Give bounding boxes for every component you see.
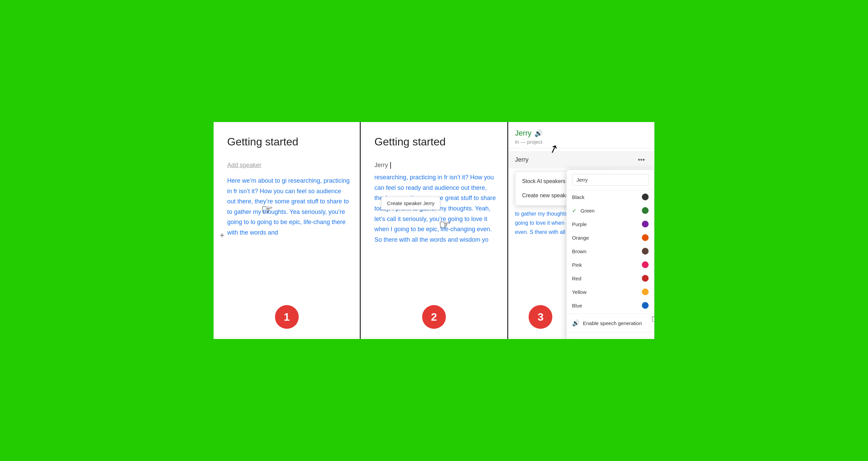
- color-option-red[interactable]: Red: [567, 272, 654, 285]
- step-circle-3: 3: [529, 305, 552, 329]
- color-option-purple[interactable]: Purple: [567, 217, 654, 231]
- step-circle-1: 1: [275, 305, 299, 329]
- color-option-brown[interactable]: Brown: [567, 244, 654, 258]
- divider-2: [567, 332, 654, 333]
- divider-1: [567, 314, 654, 314]
- remove-from-project-item[interactable]: 🗑 Remove from project: [567, 334, 654, 339]
- main-container: Getting started Add speaker Here we’m ab…: [197, 108, 671, 353]
- color-picker-panel: Black ✓ Green Purple Orange: [566, 169, 654, 339]
- color-option-green[interactable]: ✓ Green: [567, 204, 654, 217]
- speaker-name-input[interactable]: [572, 174, 649, 186]
- color-dot-orange: [642, 234, 649, 241]
- cursor-hand-3: ☞: [651, 313, 654, 325]
- speaker-header: Jerry 🔊 In — project: [508, 122, 654, 148]
- panel-1-body: Here we’m about to gi researching, pract…: [227, 176, 350, 238]
- color-option-yellow[interactable]: Yellow: [567, 285, 654, 299]
- color-option-blue[interactable]: Blue: [567, 299, 654, 312]
- color-dot-purple: [642, 221, 649, 227]
- speaker-audio-icon: 🔊: [534, 129, 543, 137]
- step-circle-2: 2: [422, 305, 446, 329]
- panel-1: Getting started Add speaker Here we’m ab…: [214, 122, 361, 339]
- color-dot-yellow: [642, 288, 649, 295]
- color-option-pink[interactable]: Pink: [567, 258, 654, 272]
- add-speaker-link[interactable]: Add speaker: [227, 162, 350, 169]
- color-dot-blue: [642, 302, 649, 309]
- add-icon[interactable]: +: [220, 230, 224, 240]
- panel-3: Jerry 🔊 In — project ↗ Jerry ••• Stock A…: [508, 122, 654, 339]
- speaker-name-header: Jerry 🔊: [515, 129, 648, 138]
- color-dot-pink: [642, 261, 649, 268]
- color-check-icon: ✓: [572, 207, 576, 214]
- speech-icon: 🔊: [572, 319, 579, 327]
- dots-menu-button[interactable]: •••: [635, 155, 648, 164]
- in-project-label: In — project: [515, 139, 648, 145]
- panel-1-title: Getting started: [227, 136, 350, 148]
- color-option-orange[interactable]: Orange: [567, 231, 654, 244]
- trash-icon: 🗑: [572, 338, 578, 339]
- color-dot-red: [642, 275, 649, 282]
- speaker-row: Jerry •••: [508, 151, 654, 168]
- enable-speech-generation-item[interactable]: 🔊 Enable speech generation: [567, 315, 654, 331]
- color-dot-black: [642, 194, 649, 200]
- color-option-black[interactable]: Black: [567, 190, 654, 204]
- cursor-hand-1: ☞: [261, 202, 273, 217]
- panel-2-speaker-label: Jerry: [374, 162, 497, 169]
- create-speaker-tooltip: Create speaker Jerry: [381, 197, 440, 210]
- panel-2-title: Getting started: [374, 136, 497, 148]
- color-dot-brown: [642, 248, 649, 255]
- color-dot-green: [642, 207, 649, 214]
- cursor-hand-2: ☞: [439, 217, 451, 233]
- color-picker-header: [567, 170, 654, 190]
- panel-2: Getting started Jerry researching, pract…: [361, 122, 508, 339]
